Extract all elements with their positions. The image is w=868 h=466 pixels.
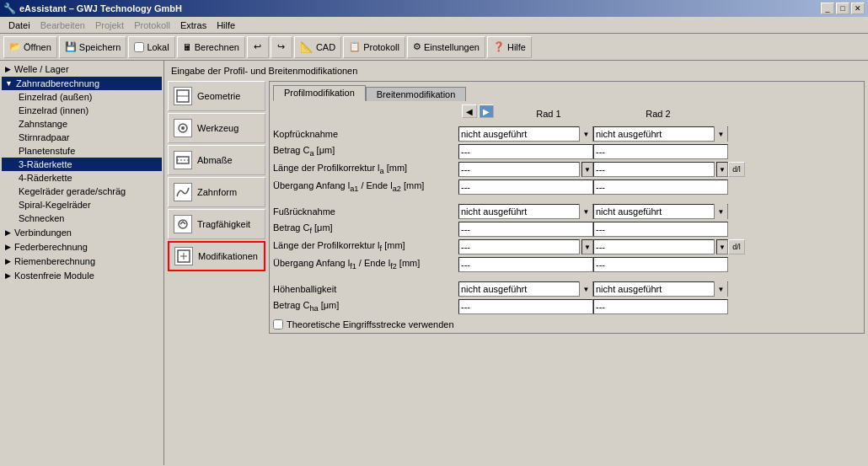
protocol-button[interactable]: 📋 Protokoll	[343, 36, 405, 58]
input-ubergang-lf-rad1[interactable]	[458, 257, 593, 272]
select-fussrucknahme-rad1[interactable]: nicht ausgeführt ▼	[458, 204, 593, 219]
sidebar-item-3-raderkette[interactable]: 3-Räderkette	[2, 158, 162, 171]
cell-kopfrucknahme-rad2: nicht ausgeführt ▼	[593, 126, 728, 142]
sidebar-item-4-raderkette[interactable]: 4-Räderkette	[2, 171, 162, 185]
zahnform-button[interactable]: Zahnform	[168, 177, 265, 207]
row-lange-lf: Länge der Profilkorrektur lf [mm] ▼ ▼ d/…	[273, 239, 860, 254]
input-betrag-cf-rad2[interactable]	[593, 222, 728, 237]
sidebar-header-zahnrad[interactable]: ▼ Zahnradberechnung	[2, 77, 162, 90]
row-hohenballigkeit: Höhenballigkeit nicht ausgeführt ▼ nicht…	[273, 281, 860, 297]
sidebar-item-einzelrad-innen[interactable]: Einzelrad (innen)	[2, 104, 162, 117]
lf-extra-button[interactable]: d/l	[728, 239, 745, 254]
sidebar-section-verbindungen: ▶ Verbindungen	[2, 226, 162, 239]
select-hohenballigkeit-rad1[interactable]: nicht ausgeführt ▼	[458, 281, 593, 297]
menu-datei[interactable]: Datei	[3, 19, 35, 32]
sidebar-header-riemen[interactable]: ▶ Riemenberechnung	[2, 254, 162, 268]
content-breadcrumb: Eingabe der Profil- und Breitenmodifikat…	[168, 64, 865, 78]
select-hohenballigkeit-rad2[interactable]: nicht ausgeführt ▼	[593, 281, 728, 297]
select-kopfrucknahme-rad1[interactable]: nicht ausgeführt ▼	[458, 126, 593, 142]
werkzeug-button[interactable]: Werkzeug	[168, 113, 265, 143]
input-betrag-ca-rad1[interactable]	[458, 144, 593, 159]
cell-ubergang-la-rad1	[458, 179, 593, 195]
dropdown-la-rad1[interactable]: ▼	[581, 162, 593, 177]
save-button[interactable]: 💾 Speichern	[59, 36, 127, 58]
row-ubergang-lf: Übergang Anfang lf1 / Ende lf2 [mm]	[273, 257, 860, 272]
local-checkbox[interactable]	[134, 42, 144, 52]
sidebar-item-stirnradpaar[interactable]: Stirnradpaar	[2, 131, 162, 144]
cell-hohenballigkeit-rad1: nicht ausgeführt ▼	[458, 281, 593, 297]
abmasse-button[interactable]: Abmaße	[168, 145, 265, 175]
dropdown-fuss-rad1-icon[interactable]: ▼	[579, 204, 592, 219]
tragfahigkeit-icon	[174, 215, 192, 233]
input-lange-lf-rad2[interactable]	[593, 239, 715, 254]
la-extra-button[interactable]: d/l	[728, 162, 745, 177]
tab-breitenmodifikation[interactable]: Breitenmodifikation	[366, 87, 467, 101]
menu-hilfe[interactable]: Hilfe	[212, 19, 240, 32]
input-betrag-cha-rad1[interactable]	[458, 299, 593, 314]
eingriffsstrecke-checkbox[interactable]	[273, 319, 283, 329]
sidebar-item-zahnstange[interactable]: Zahnstange	[2, 117, 162, 131]
minimize-button[interactable]: _	[821, 3, 834, 14]
cell-betrag-cha-rad2	[593, 299, 728, 314]
input-lange-la-rad2[interactable]	[593, 162, 715, 177]
sidebar-item-kegelrader[interactable]: Kegelräder gerade/schräg	[2, 185, 162, 198]
input-ubergang-lf-rad2[interactable]	[593, 257, 728, 272]
content-area: Eingabe der Profil- und Breitenmodifikat…	[164, 61, 868, 465]
input-lange-lf-rad1[interactable]	[458, 239, 580, 254]
undo-button[interactable]: ↩	[247, 36, 269, 58]
close-button[interactable]: ✕	[851, 3, 865, 14]
cad-button[interactable]: 📐 CAD	[294, 36, 341, 58]
side-buttons-panel: Geometrie Werkzeug Abmaße	[168, 81, 269, 334]
label-betrag-cha: Betrag Cha [μm]	[273, 300, 458, 313]
dropdown-fuss-rad2-icon[interactable]: ▼	[714, 204, 727, 219]
dropdown-lf-rad1[interactable]: ▼	[581, 239, 593, 254]
menu-extras[interactable]: Extras	[175, 19, 212, 32]
sidebar-header-welle[interactable]: ▶ Welle / Lager	[2, 62, 162, 76]
sidebar-header-kostenfreie[interactable]: ▶ Kostenfreie Module	[2, 269, 162, 282]
nav-next-button[interactable]: ▶	[479, 104, 494, 118]
dropdown-arrow-icon-2[interactable]: ▼	[714, 126, 727, 142]
sidebar-item-einzelrad-aussen[interactable]: Einzelrad (außen)	[2, 90, 162, 104]
sidebar-header-feder[interactable]: ▶ Federberechnung	[2, 240, 162, 254]
sidebar-item-spiral-kegelrader[interactable]: Spiral-Kegelräder	[2, 198, 162, 212]
dropdown-la-rad2[interactable]: ▼	[716, 162, 728, 177]
dropdown-arrow-icon[interactable]: ▼	[579, 126, 592, 142]
open-icon: 📂	[9, 41, 21, 52]
input-betrag-cha-rad2[interactable]	[593, 299, 728, 314]
geometrie-button[interactable]: Geometrie	[168, 81, 265, 111]
dropdown-lf-rad2[interactable]: ▼	[716, 239, 728, 254]
input-ubergang-la-rad1[interactable]	[458, 179, 593, 195]
chevron-right-icon-5: ▶	[5, 271, 11, 280]
nav-prev-button[interactable]: ◀	[462, 104, 477, 118]
tab-profilmodifikation[interactable]: Profilmodifikation	[273, 85, 366, 101]
dropdown-hoh-rad1-icon[interactable]: ▼	[579, 281, 592, 297]
sidebar-item-planetenstufe[interactable]: Planetenstufe	[2, 144, 162, 158]
dropdown-hoh-rad2-icon[interactable]: ▼	[714, 281, 727, 297]
open-button[interactable]: 📂 Öffnen	[3, 36, 57, 58]
redo-button[interactable]: ↪	[271, 36, 292, 58]
select-kopfrucknahme-rad2[interactable]: nicht ausgeführt ▼	[593, 126, 728, 142]
input-ubergang-la-rad2[interactable]	[593, 179, 728, 195]
sidebar: ▶ Welle / Lager ▼ Zahnradberechnung Einz…	[0, 61, 164, 465]
select-fussrucknahme-rad2[interactable]: nicht ausgeführt ▼	[593, 204, 728, 219]
label-kopfrucknahme: Kopfrücknahme	[273, 129, 458, 139]
sidebar-item-schnecken[interactable]: Schnecken	[2, 212, 162, 225]
maximize-button[interactable]: □	[836, 3, 849, 14]
local-checkbox-container[interactable]: Lokal	[128, 36, 174, 58]
cell-hohenballigkeit-rad2: nicht ausgeführt ▼	[593, 281, 728, 297]
input-betrag-ca-rad2[interactable]	[593, 144, 728, 159]
help-button[interactable]: ❓ Hilfe	[487, 36, 532, 58]
cell-kopfrucknahme-rad1: nicht ausgeführt ▼	[458, 126, 593, 142]
input-lange-la-rad1[interactable]	[458, 162, 580, 177]
calculate-button[interactable]: 🖩 Berechnen	[177, 36, 245, 58]
col-header-rad2: Rad 2	[603, 109, 713, 119]
cell-betrag-cf-rad2	[593, 222, 728, 237]
right-panel: Profilmodifikation Breitenmodifikation ◀…	[269, 81, 865, 334]
input-betrag-cf-rad1[interactable]	[458, 222, 593, 237]
eingriffsstrecke-label: Theoretische Eingriffsstrecke verwenden	[287, 319, 454, 329]
tragfahigkeit-button[interactable]: Tragfähigkeit	[168, 209, 265, 239]
modifikationen-button[interactable]: Modifikationen	[168, 241, 265, 271]
settings-button[interactable]: ⚙ Einstellungen	[407, 36, 485, 58]
cell-fussrucknahme-rad2: nicht ausgeführt ▼	[593, 204, 728, 219]
sidebar-header-verbindungen[interactable]: ▶ Verbindungen	[2, 226, 162, 239]
